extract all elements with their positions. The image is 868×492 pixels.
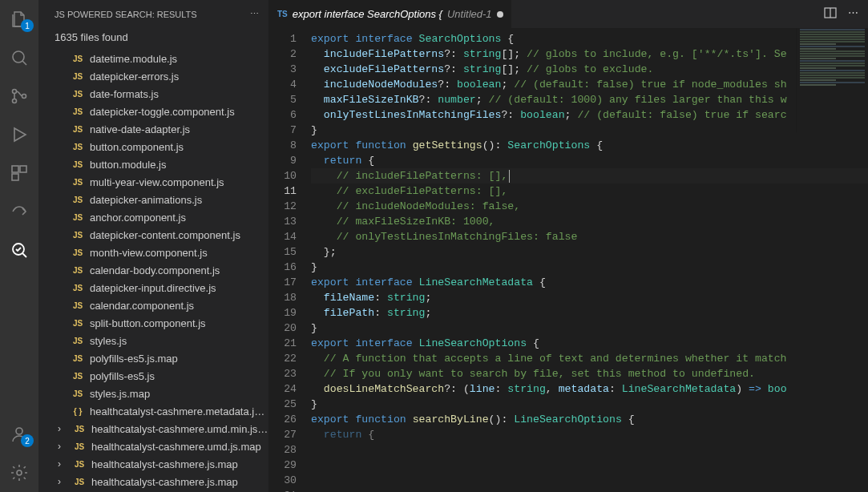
chevron-right-icon: › xyxy=(58,423,67,434)
file-row[interactable]: JSpolyfills-es5.js.map xyxy=(46,349,268,367)
file-row[interactable]: JSdatepicker-errors.js xyxy=(46,67,268,85)
panel-header: JS POWERED SEARCH: RESULTS ⋯ xyxy=(38,0,268,28)
js-icon: JS xyxy=(71,266,85,275)
js-icon: JS xyxy=(71,337,85,345)
file-name: multi-year-view.component.js xyxy=(90,176,224,188)
text-cursor xyxy=(509,170,510,183)
json-icon: { } xyxy=(71,407,85,416)
file-row[interactable]: JScalendar-body.component.js xyxy=(46,261,268,279)
file-row[interactable]: JSdatetime.module.js xyxy=(46,50,268,67)
file-name: button.module.js xyxy=(90,159,166,171)
panel-title: JS POWERED SEARCH: RESULTS xyxy=(55,10,197,19)
typescript-icon: TS xyxy=(277,10,288,18)
js-icon: JS xyxy=(72,478,87,486)
file-row[interactable]: JSstyles.js.map xyxy=(46,385,268,402)
svg-point-3 xyxy=(22,95,26,99)
accounts-badge: 2 xyxy=(21,434,34,447)
panel-more-icon[interactable]: ⋯ xyxy=(250,9,259,19)
js-icon: JS xyxy=(71,389,85,398)
side-panel: JS POWERED SEARCH: RESULTS ⋯ 1635 files … xyxy=(38,0,269,492)
file-name: datetime.module.js xyxy=(90,53,177,65)
file-row[interactable]: ›JShealthcatalyst-cashmere.umd.min.js… xyxy=(46,420,268,438)
file-row[interactable]: JSmonth-view.component.js xyxy=(46,244,268,261)
file-row[interactable]: JSmulti-year-view.component.js xyxy=(46,173,268,191)
file-name: calendar.component.js xyxy=(90,300,194,312)
file-row[interactable]: JSdatepicker-animations.js xyxy=(46,191,268,208)
run-debug-icon[interactable] xyxy=(0,119,38,151)
file-row[interactable]: JScalendar.component.js xyxy=(46,296,268,314)
file-name: anchor.component.js xyxy=(90,212,186,224)
js-icon: JS xyxy=(71,196,85,204)
file-name: native-date-adapter.js xyxy=(90,123,190,135)
svg-rect-6 xyxy=(12,174,18,180)
file-row[interactable]: JSpolyfills-es5.js xyxy=(46,367,268,385)
file-name: calendar-body.component.js xyxy=(90,264,220,276)
code-area[interactable]: 1234567891011121314151617181920212223242… xyxy=(269,28,868,492)
js-icon: JS xyxy=(72,425,87,434)
js-icon: JS xyxy=(71,319,85,328)
tab-filename: Untitled-1 xyxy=(447,8,492,20)
js-icon: JS xyxy=(71,143,85,151)
chevron-right-icon: › xyxy=(58,476,67,487)
file-row[interactable]: JSnative-date-adapter.js xyxy=(46,120,268,138)
code-content[interactable]: export interface SearchOptions { include… xyxy=(311,28,868,492)
files-found-label: 1635 files found xyxy=(38,28,268,50)
file-row[interactable]: JSstyles.js xyxy=(46,332,268,349)
explorer-badge: 1 xyxy=(21,19,34,32)
file-list[interactable]: JSdatetime.module.jsJSdatepicker-errors.… xyxy=(38,50,268,492)
file-row[interactable]: JSdatepicker-input.directive.js xyxy=(46,279,268,296)
minimap[interactable] xyxy=(796,28,868,132)
file-row[interactable]: JSanchor.component.js xyxy=(46,208,268,226)
search-icon[interactable] xyxy=(0,42,38,74)
editor-more-icon[interactable]: ⋯ xyxy=(848,6,858,22)
svg-point-8 xyxy=(16,428,22,434)
svg-point-1 xyxy=(13,90,17,94)
file-row[interactable]: ›JShealthcatalyst-cashmere.umd.js.map xyxy=(46,438,268,455)
file-name: healthcatalyst-cashmere.umd.min.js… xyxy=(91,423,268,435)
js-icon: JS xyxy=(71,107,85,116)
file-name: healthcatalyst-cashmere.js.map xyxy=(91,458,238,470)
file-name: datepicker-errors.js xyxy=(90,71,179,83)
file-row[interactable]: JSdate-formats.js xyxy=(46,85,268,103)
js-icon: JS xyxy=(71,372,85,381)
svg-point-2 xyxy=(13,99,17,103)
file-row[interactable]: JSbutton.component.js xyxy=(46,138,268,155)
js-icon: JS xyxy=(71,178,85,187)
js-icon: JS xyxy=(71,160,85,169)
svg-point-9 xyxy=(17,470,22,475)
file-row[interactable]: JSbutton.module.js xyxy=(46,155,268,173)
file-row[interactable]: JSsplit-button.component.js xyxy=(46,314,268,332)
js-icon: JS xyxy=(71,72,85,81)
powered-search-icon[interactable] xyxy=(0,234,38,266)
editor-area: TS export interface SearchOptions { Unti… xyxy=(269,0,868,492)
extensions-icon[interactable] xyxy=(0,157,38,189)
file-row[interactable]: JSdatepicker-content.component.js xyxy=(46,226,268,244)
file-row[interactable]: JSdatepicker-toggle.component.js xyxy=(46,103,268,120)
svg-rect-4 xyxy=(12,166,18,172)
file-name: healthcatalyst-cashmere.umd.js.map xyxy=(91,441,261,453)
file-row[interactable]: { }healthcatalyst-cashmere.metadata.j… xyxy=(46,402,268,420)
js-icon: JS xyxy=(71,213,85,222)
file-name: datepicker-animations.js xyxy=(90,194,202,206)
js-icon: JS xyxy=(71,90,85,99)
file-name: datepicker-input.directive.js xyxy=(90,282,216,294)
share-icon[interactable] xyxy=(0,196,38,228)
chevron-right-icon: › xyxy=(58,441,67,452)
svg-rect-5 xyxy=(20,166,26,172)
line-gutter: 1234567891011121314151617181920212223242… xyxy=(269,28,311,492)
editor-tab[interactable]: TS export interface SearchOptions { Unti… xyxy=(269,0,512,28)
tab-title: export interface SearchOptions { xyxy=(293,8,442,20)
file-name: styles.js.map xyxy=(90,388,150,400)
js-icon: JS xyxy=(71,231,85,240)
file-row[interactable]: ›JShealthcatalyst-cashmere.js.map xyxy=(46,473,268,490)
source-control-icon[interactable] xyxy=(0,80,38,112)
file-name: datepicker-content.component.js xyxy=(90,229,240,241)
file-row[interactable]: ›JShealthcatalyst-cashmere.js.map xyxy=(46,455,268,473)
js-icon: JS xyxy=(71,125,85,134)
file-name: datepicker-toggle.component.js xyxy=(90,106,235,118)
accounts-icon[interactable]: 2 xyxy=(0,418,38,450)
explorer-icon[interactable]: 1 xyxy=(0,3,38,35)
dirty-indicator-icon xyxy=(497,11,503,18)
settings-gear-icon[interactable] xyxy=(0,457,38,489)
split-editor-icon[interactable] xyxy=(824,6,837,22)
